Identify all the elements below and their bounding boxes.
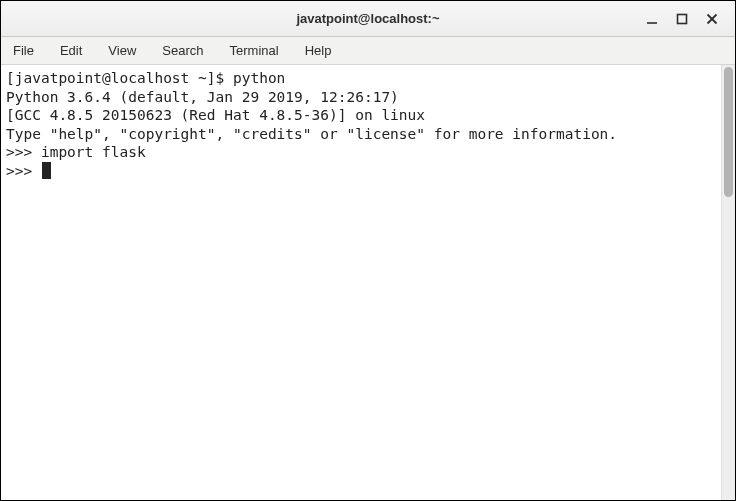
window-titlebar: javatpoint@localhost:~ <box>1 1 735 37</box>
menu-view[interactable]: View <box>104 41 140 60</box>
maximize-icon <box>676 13 688 25</box>
terminal-line: [GCC 4.8.5 20150623 (Red Hat 4.8.5-36)] … <box>6 107 425 123</box>
menubar: File Edit View Search Terminal Help <box>1 37 735 65</box>
menu-terminal[interactable]: Terminal <box>226 41 283 60</box>
menu-search[interactable]: Search <box>158 41 207 60</box>
scroll-thumb[interactable] <box>724 67 733 197</box>
maximize-button[interactable] <box>675 12 689 26</box>
terminal-line: Python 3.6.4 (default, Jan 29 2019, 12:2… <box>6 89 399 105</box>
cursor-icon <box>42 162 51 179</box>
terminal-line: >>> import flask <box>6 144 146 160</box>
menu-edit[interactable]: Edit <box>56 41 86 60</box>
terminal-prompt: >>> <box>6 163 41 179</box>
svg-rect-1 <box>678 14 687 23</box>
terminal-output[interactable]: [javatpoint@localhost ~]$ python Python … <box>1 65 721 500</box>
terminal-line: Type "help", "copyright", "credits" or "… <box>6 126 617 142</box>
menu-file[interactable]: File <box>9 41 38 60</box>
terminal-container: [javatpoint@localhost ~]$ python Python … <box>1 65 735 500</box>
close-icon <box>706 13 718 25</box>
menu-help[interactable]: Help <box>301 41 336 60</box>
minimize-icon <box>646 13 658 25</box>
scrollbar[interactable] <box>721 65 735 500</box>
terminal-line: [javatpoint@localhost ~]$ python <box>6 70 285 86</box>
window-controls <box>645 1 729 36</box>
window-title: javatpoint@localhost:~ <box>296 11 439 26</box>
close-button[interactable] <box>705 12 719 26</box>
minimize-button[interactable] <box>645 12 659 26</box>
